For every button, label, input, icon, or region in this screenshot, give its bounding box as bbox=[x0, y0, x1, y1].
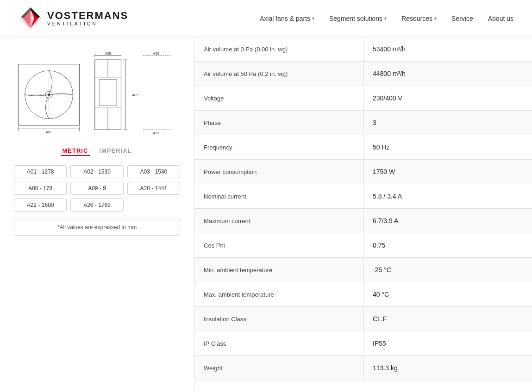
left-panel: A01 A02 A08 bbox=[0, 37, 194, 392]
nav-resources[interactable]: Resources ▾ bbox=[401, 15, 437, 22]
spec-label: Air volume at 0 Pa (0.00 in. wg) bbox=[194, 37, 363, 62]
spec-label: Insulation Class bbox=[194, 307, 363, 331]
spec-row: Cos Phi0.75 bbox=[194, 233, 532, 258]
svg-text:A08: A08 bbox=[105, 51, 111, 56]
dim-a20: A20 - 1441 bbox=[127, 182, 180, 195]
nav-axial-fans[interactable]: Axial fans & parts ▾ bbox=[260, 15, 314, 22]
right-panel: Air volume at 0 Pa (0.00 in. wg)53400 m³… bbox=[194, 37, 532, 392]
spec-label: Min. ambient temperature bbox=[194, 258, 363, 282]
spec-label: Nominal current bbox=[194, 184, 363, 209]
header: VOSTERMANS VENTILATION Axial fans & part… bbox=[0, 0, 532, 37]
brand-name: VOSTERMANS bbox=[47, 10, 128, 21]
nav-about-us[interactable]: About us bbox=[488, 15, 513, 22]
spec-row: Phase3 bbox=[194, 111, 532, 135]
spec-value: 5.8 / 3.4 A bbox=[363, 184, 532, 209]
logo-icon bbox=[19, 6, 43, 31]
spec-label: Air volume at 50 Pa (0.2 in. wg) bbox=[194, 62, 363, 86]
spec-label: IP Class bbox=[194, 331, 363, 356]
spec-value: 50 Hz bbox=[363, 135, 532, 160]
main-content: A01 A02 A08 bbox=[0, 37, 532, 392]
svg-rect-20 bbox=[99, 80, 117, 106]
nav-service[interactable]: Service bbox=[451, 15, 473, 22]
chevron-down-icon: ▾ bbox=[434, 16, 437, 21]
spec-row: Air volume at 50 Pa (0.2 in. wg)44800 m³… bbox=[194, 62, 532, 86]
spec-label: Cos Phi bbox=[194, 233, 363, 258]
spec-row: Insulation ClassCL.F bbox=[194, 307, 532, 331]
spec-row: Frequency50 Hz bbox=[194, 135, 532, 160]
spec-row: IP ClassIP55 bbox=[194, 331, 532, 356]
diagram-area: A01 A02 A08 bbox=[14, 46, 180, 139]
svg-text:A02: A02 bbox=[132, 93, 138, 97]
metric-button[interactable]: METRIC bbox=[61, 146, 90, 156]
dim-a08: A08 - 178 bbox=[14, 182, 67, 195]
spec-value: 44800 m³/h bbox=[363, 62, 532, 86]
nav-segment-solutions[interactable]: Segment solutions ▾ bbox=[329, 15, 387, 22]
spec-value: 6.7/3.9 A bbox=[363, 209, 532, 233]
unit-toggle: METRIC IMPERIAL bbox=[14, 146, 180, 156]
spec-label: Frequency bbox=[194, 135, 363, 160]
svg-text:A01: A01 bbox=[46, 130, 52, 134]
dim-a02: A02 - 1530 bbox=[70, 165, 123, 178]
spec-value: -25 °C bbox=[363, 258, 532, 282]
specs-table: Air volume at 0 Pa (0.00 in. wg)53400 m³… bbox=[194, 37, 532, 380]
dimensions-note: *All values are expressed in mm bbox=[14, 219, 180, 236]
spec-value: IP55 bbox=[363, 331, 532, 356]
main-nav: Axial fans & parts ▾ Segment solutions ▾… bbox=[260, 15, 513, 22]
brand-sub: VENTILATION bbox=[47, 21, 128, 26]
dimensions-grid: A01 - 1278 A02 - 1530 A03 - 1530 A08 - 1… bbox=[14, 165, 180, 212]
spec-value: 230/400 V bbox=[363, 86, 532, 111]
chevron-down-icon: ▾ bbox=[312, 16, 314, 21]
spec-label: Phase bbox=[194, 111, 363, 135]
spec-row: Weight113.3 kg bbox=[194, 356, 532, 380]
logo[interactable]: VOSTERMANS VENTILATION bbox=[19, 6, 128, 31]
spec-row: Power consumption1750 W bbox=[194, 160, 532, 184]
spec-row: Min. ambient temperature-25 °C bbox=[194, 258, 532, 282]
dim-a01: A01 - 1278 bbox=[14, 165, 67, 178]
imperial-button[interactable]: IMPERIAL bbox=[97, 146, 133, 156]
spec-row: Max. ambient temperature40 °C bbox=[194, 282, 532, 307]
chevron-down-icon: ▾ bbox=[384, 16, 387, 21]
spec-value: 113.3 kg bbox=[363, 356, 532, 380]
technical-diagram: A01 A02 A08 bbox=[14, 49, 180, 137]
spec-label: Maximum current bbox=[194, 209, 363, 233]
spec-row: Air volume at 0 Pa (0.00 in. wg)53400 m³… bbox=[194, 37, 532, 62]
dim-a09: A09 - 9 bbox=[70, 182, 123, 195]
spec-value: CL.F bbox=[363, 307, 532, 331]
spec-value: 1750 W bbox=[363, 160, 532, 184]
spec-label: Max. ambient temperature bbox=[194, 282, 363, 307]
dim-a03: A03 - 1530 bbox=[127, 165, 180, 178]
spec-label: Voltage bbox=[194, 86, 363, 111]
spec-value: 3 bbox=[363, 111, 532, 135]
spec-value: 0.75 bbox=[363, 233, 532, 258]
spec-value: 40 °C bbox=[363, 282, 532, 307]
spec-label: Weight bbox=[194, 356, 363, 380]
spec-value: 53400 m³/h bbox=[363, 37, 532, 62]
spec-row: Voltage230/400 V bbox=[194, 86, 532, 111]
spec-label: Power consumption bbox=[194, 160, 363, 184]
dim-a26: A26 - 1769 bbox=[70, 199, 123, 212]
svg-text:A22: A22 bbox=[153, 131, 159, 135]
spec-row: Maximum current6.7/3.9 A bbox=[194, 209, 532, 233]
dim-a22: A22 - 1600 bbox=[14, 199, 67, 212]
svg-text:A26: A26 bbox=[153, 51, 159, 56]
spec-row: Nominal current5.8 / 3.4 A bbox=[194, 184, 532, 209]
logo-text: VOSTERMANS VENTILATION bbox=[47, 10, 128, 26]
